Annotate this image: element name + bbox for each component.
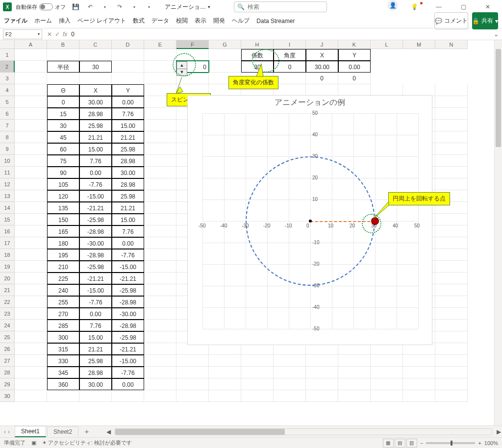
cell[interactable] [144, 120, 176, 131]
cell[interactable]: 30.00 [79, 378, 112, 390]
cell[interactable] [176, 390, 209, 402]
cell[interactable]: -21.21 [79, 202, 112, 214]
col-G[interactable]: G [209, 40, 241, 49]
row-header[interactable]: 19 [0, 261, 15, 273]
cell[interactable] [274, 390, 306, 402]
cell[interactable] [15, 167, 47, 178]
cell[interactable] [144, 308, 176, 320]
zoom-percent[interactable]: 100% [484, 440, 498, 446]
formula-expand-icon[interactable]: ⌄ [490, 31, 502, 38]
cell[interactable] [306, 378, 338, 390]
cell[interactable] [144, 237, 176, 249]
cell[interactable]: 45 [47, 131, 79, 143]
col-F[interactable]: F [176, 40, 209, 49]
cell[interactable]: 30 [47, 120, 79, 131]
cell[interactable]: -15.00 [112, 355, 144, 367]
col-B[interactable]: B [47, 40, 79, 49]
cell[interactable] [15, 284, 47, 296]
cell[interactable] [15, 96, 47, 108]
cell[interactable]: -15.00 [79, 284, 112, 296]
cell[interactable] [15, 273, 47, 284]
cell[interactable]: 210 [47, 261, 79, 273]
cell[interactable] [15, 84, 47, 96]
cell[interactable]: 90 [47, 167, 79, 178]
cell[interactable]: 120 [47, 190, 79, 202]
cell[interactable] [144, 202, 176, 214]
row-header[interactable]: 28 [0, 367, 15, 378]
select-all-triangle[interactable] [0, 40, 15, 49]
col-A[interactable]: A [15, 40, 47, 49]
fx-icon[interactable]: fx [63, 31, 67, 38]
cell[interactable] [79, 49, 112, 61]
tab-help[interactable]: ヘルプ [232, 15, 250, 27]
col-I[interactable]: I [274, 40, 306, 49]
row-header[interactable]: 18 [0, 249, 15, 261]
redo-dropdown-icon[interactable]: ▾ [128, 1, 140, 12]
cell[interactable]: -28.98 [112, 296, 144, 308]
cell[interactable] [435, 284, 468, 296]
cell[interactable] [144, 249, 176, 261]
cell[interactable]: 0.00 [79, 308, 112, 320]
cell[interactable] [144, 190, 176, 202]
row-header[interactable]: 2 [0, 61, 15, 73]
cell[interactable] [47, 390, 79, 402]
cell[interactable] [15, 131, 47, 143]
cell[interactable]: 30 [79, 61, 112, 73]
view-pagebreak-icon[interactable]: ▥ [406, 439, 417, 448]
cell[interactable]: 30.00 [306, 61, 338, 73]
cell[interactable] [435, 237, 468, 249]
cell[interactable]: 105 [47, 178, 79, 190]
cell[interactable] [209, 355, 241, 367]
cell[interactable] [306, 355, 338, 367]
cell[interactable] [144, 296, 176, 308]
cell[interactable] [15, 378, 47, 390]
add-sheet-button[interactable]: ＋ [78, 427, 95, 436]
cell[interactable] [403, 367, 435, 378]
cell[interactable] [435, 355, 468, 367]
cell[interactable] [144, 331, 176, 343]
row-header[interactable]: 21 [0, 284, 15, 296]
cell[interactable] [15, 155, 47, 167]
cell[interactable]: 315 [47, 343, 79, 355]
tab-file[interactable]: ファイル [4, 15, 27, 27]
cell[interactable] [144, 108, 176, 120]
cell[interactable] [144, 225, 176, 237]
cell[interactable]: -21.21 [112, 273, 144, 284]
name-box[interactable]: F2 ▾ [3, 29, 42, 39]
cell[interactable] [403, 84, 435, 96]
cell[interactable] [338, 84, 371, 96]
cell[interactable]: 28.98 [79, 108, 112, 120]
cell[interactable]: -7.76 [112, 367, 144, 378]
cell[interactable] [15, 73, 47, 84]
row-header[interactable]: 10 [0, 155, 15, 167]
cell[interactable] [144, 284, 176, 296]
cell[interactable] [144, 390, 176, 402]
minimize-button[interactable]: — [427, 0, 450, 14]
row-header[interactable]: 27 [0, 355, 15, 367]
formula-enter-icon[interactable]: ✓ [55, 31, 60, 38]
cell[interactable] [209, 367, 241, 378]
cell[interactable] [15, 237, 47, 249]
cell[interactable] [241, 367, 274, 378]
cell[interactable] [15, 202, 47, 214]
sheet-tab-sheet1[interactable]: Sheet1 [15, 426, 46, 437]
macro-record-icon[interactable]: ▣ [31, 440, 36, 446]
sheet-nav-next-icon[interactable]: › [8, 428, 10, 435]
cell[interactable] [435, 143, 468, 155]
maximize-button[interactable]: ▢ [452, 0, 475, 14]
cell[interactable]: 25.98 [112, 190, 144, 202]
cell[interactable] [144, 378, 176, 390]
col-L[interactable]: L [371, 40, 403, 49]
row-header[interactable]: 3 [0, 73, 15, 84]
cell[interactable]: 0.00 [112, 378, 144, 390]
cell[interactable]: Y [338, 49, 371, 61]
cell[interactable]: 240 [47, 284, 79, 296]
save-icon[interactable]: 💾 [70, 1, 81, 12]
col-C[interactable]: C [79, 40, 112, 49]
tab-datastreamer[interactable]: Data Streamer [256, 16, 295, 26]
cell[interactable]: 0 [338, 73, 371, 84]
redo-icon[interactable]: ↷ [114, 1, 126, 12]
row-header[interactable]: 12 [0, 178, 15, 190]
cell[interactable]: 25.98 [112, 143, 144, 155]
tab-formulas[interactable]: 数式 [133, 15, 145, 27]
